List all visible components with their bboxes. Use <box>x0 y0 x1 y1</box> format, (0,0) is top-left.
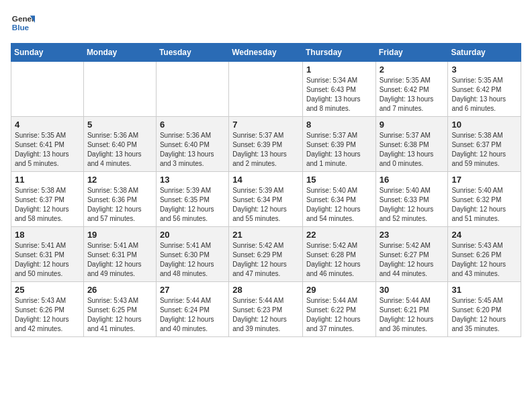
weekday-header: Monday <box>83 44 156 62</box>
calendar-cell <box>229 62 303 117</box>
day-number: 23 <box>380 230 445 240</box>
day-number: 6 <box>160 120 225 130</box>
calendar-cell: 14Sunrise: 5:39 AM Sunset: 6:34 PM Dayli… <box>229 172 303 227</box>
day-info: Sunrise: 5:44 AM Sunset: 6:24 PM Dayligh… <box>160 296 225 334</box>
day-info: Sunrise: 5:40 AM Sunset: 6:34 PM Dayligh… <box>306 186 372 224</box>
calendar-cell: 24Sunrise: 5:43 AM Sunset: 6:26 PM Dayli… <box>448 227 521 282</box>
calendar-cell: 22Sunrise: 5:42 AM Sunset: 6:28 PM Dayli… <box>302 227 375 282</box>
day-info: Sunrise: 5:41 AM Sunset: 6:30 PM Dayligh… <box>160 241 225 279</box>
day-number: 30 <box>380 285 445 295</box>
day-info: Sunrise: 5:36 AM Sunset: 6:40 PM Dayligh… <box>87 131 152 169</box>
calendar-cell: 3Sunrise: 5:35 AM Sunset: 6:42 PM Daylig… <box>448 62 521 117</box>
day-info: Sunrise: 5:36 AM Sunset: 6:40 PM Dayligh… <box>160 131 225 169</box>
day-number: 19 <box>87 230 152 240</box>
day-number: 9 <box>380 120 445 130</box>
logo: General Blue <box>11 11 35 35</box>
calendar-week-row: 11Sunrise: 5:38 AM Sunset: 6:37 PM Dayli… <box>11 172 521 227</box>
calendar-cell: 28Sunrise: 5:44 AM Sunset: 6:23 PM Dayli… <box>229 282 303 337</box>
day-number: 1 <box>306 64 372 75</box>
weekday-header: Saturday <box>448 44 521 62</box>
calendar-cell: 31Sunrise: 5:45 AM Sunset: 6:20 PM Dayli… <box>448 282 521 337</box>
day-info: Sunrise: 5:34 AM Sunset: 6:43 PM Dayligh… <box>306 76 372 113</box>
logo-icon: General Blue <box>11 11 35 35</box>
calendar-cell: 26Sunrise: 5:43 AM Sunset: 6:25 PM Dayli… <box>83 282 156 337</box>
day-number: 29 <box>306 285 372 295</box>
day-number: 17 <box>451 175 517 185</box>
day-number: 25 <box>15 285 80 295</box>
day-info: Sunrise: 5:37 AM Sunset: 6:39 PM Dayligh… <box>306 131 372 169</box>
day-info: Sunrise: 5:37 AM Sunset: 6:38 PM Dayligh… <box>380 131 445 169</box>
calendar-cell: 16Sunrise: 5:40 AM Sunset: 6:33 PM Dayli… <box>375 172 448 227</box>
calendar-cell: 20Sunrise: 5:41 AM Sunset: 6:30 PM Dayli… <box>156 227 228 282</box>
day-info: Sunrise: 5:41 AM Sunset: 6:31 PM Dayligh… <box>15 241 80 279</box>
calendar-week-row: 18Sunrise: 5:41 AM Sunset: 6:31 PM Dayli… <box>11 227 521 282</box>
calendar-cell: 9Sunrise: 5:37 AM Sunset: 6:38 PM Daylig… <box>375 117 448 172</box>
day-info: Sunrise: 5:39 AM Sunset: 6:35 PM Dayligh… <box>160 186 225 224</box>
calendar-cell: 4Sunrise: 5:35 AM Sunset: 6:41 PM Daylig… <box>11 117 84 172</box>
day-number: 7 <box>232 120 299 130</box>
calendar-cell: 21Sunrise: 5:42 AM Sunset: 6:29 PM Dayli… <box>229 227 303 282</box>
calendar-cell: 12Sunrise: 5:38 AM Sunset: 6:36 PM Dayli… <box>83 172 156 227</box>
svg-text:Blue: Blue <box>12 23 30 32</box>
day-number: 22 <box>306 230 372 240</box>
calendar-cell: 8Sunrise: 5:37 AM Sunset: 6:39 PM Daylig… <box>302 117 375 172</box>
day-info: Sunrise: 5:43 AM Sunset: 6:26 PM Dayligh… <box>15 296 80 334</box>
calendar-cell: 10Sunrise: 5:38 AM Sunset: 6:37 PM Dayli… <box>448 117 521 172</box>
calendar-cell: 29Sunrise: 5:44 AM Sunset: 6:22 PM Dayli… <box>302 282 375 337</box>
svg-text:General: General <box>12 14 35 23</box>
day-info: Sunrise: 5:44 AM Sunset: 6:22 PM Dayligh… <box>306 296 372 334</box>
day-info: Sunrise: 5:43 AM Sunset: 6:26 PM Dayligh… <box>451 241 517 279</box>
day-number: 26 <box>87 285 152 295</box>
day-info: Sunrise: 5:37 AM Sunset: 6:39 PM Dayligh… <box>232 131 299 169</box>
calendar-cell: 5Sunrise: 5:36 AM Sunset: 6:40 PM Daylig… <box>83 117 156 172</box>
page-header: General Blue <box>11 11 521 35</box>
day-number: 8 <box>306 120 372 130</box>
day-number: 28 <box>232 285 299 295</box>
calendar-cell: 7Sunrise: 5:37 AM Sunset: 6:39 PM Daylig… <box>229 117 303 172</box>
day-number: 15 <box>306 175 372 185</box>
day-number: 10 <box>451 120 517 130</box>
calendar-cell <box>156 62 228 117</box>
calendar-cell <box>11 62 84 117</box>
day-info: Sunrise: 5:42 AM Sunset: 6:29 PM Dayligh… <box>232 241 299 279</box>
day-info: Sunrise: 5:43 AM Sunset: 6:25 PM Dayligh… <box>87 296 152 334</box>
calendar-cell: 17Sunrise: 5:40 AM Sunset: 6:32 PM Dayli… <box>448 172 521 227</box>
calendar-cell: 19Sunrise: 5:41 AM Sunset: 6:31 PM Dayli… <box>83 227 156 282</box>
day-info: Sunrise: 5:35 AM Sunset: 6:42 PM Dayligh… <box>380 76 445 113</box>
day-number: 2 <box>380 64 445 75</box>
day-info: Sunrise: 5:45 AM Sunset: 6:20 PM Dayligh… <box>451 296 517 334</box>
day-info: Sunrise: 5:35 AM Sunset: 6:42 PM Dayligh… <box>451 76 517 113</box>
day-number: 24 <box>451 230 517 240</box>
calendar-cell: 6Sunrise: 5:36 AM Sunset: 6:40 PM Daylig… <box>156 117 228 172</box>
day-number: 27 <box>160 285 225 295</box>
day-info: Sunrise: 5:38 AM Sunset: 6:37 PM Dayligh… <box>15 186 80 224</box>
calendar-cell: 27Sunrise: 5:44 AM Sunset: 6:24 PM Dayli… <box>156 282 228 337</box>
weekday-header: Tuesday <box>156 44 228 62</box>
calendar-table: SundayMondayTuesdayWednesdayThursdayFrid… <box>11 43 521 337</box>
calendar-cell: 23Sunrise: 5:42 AM Sunset: 6:27 PM Dayli… <box>375 227 448 282</box>
calendar-week-row: 25Sunrise: 5:43 AM Sunset: 6:26 PM Dayli… <box>11 282 521 337</box>
calendar-week-row: 1Sunrise: 5:34 AM Sunset: 6:43 PM Daylig… <box>11 62 521 117</box>
day-number: 20 <box>160 230 225 240</box>
weekday-header: Friday <box>375 44 448 62</box>
calendar-week-row: 4Sunrise: 5:35 AM Sunset: 6:41 PM Daylig… <box>11 117 521 172</box>
weekday-header-row: SundayMondayTuesdayWednesdayThursdayFrid… <box>11 44 521 62</box>
day-info: Sunrise: 5:38 AM Sunset: 6:37 PM Dayligh… <box>451 131 517 169</box>
calendar-cell: 1Sunrise: 5:34 AM Sunset: 6:43 PM Daylig… <box>302 62 375 117</box>
day-number: 12 <box>87 175 152 185</box>
day-number: 11 <box>15 175 80 185</box>
day-number: 16 <box>380 175 445 185</box>
weekday-header: Wednesday <box>229 44 303 62</box>
day-info: Sunrise: 5:44 AM Sunset: 6:23 PM Dayligh… <box>232 296 299 334</box>
day-number: 4 <box>15 120 80 130</box>
day-info: Sunrise: 5:42 AM Sunset: 6:28 PM Dayligh… <box>306 241 372 279</box>
day-info: Sunrise: 5:38 AM Sunset: 6:36 PM Dayligh… <box>87 186 152 224</box>
calendar-cell: 25Sunrise: 5:43 AM Sunset: 6:26 PM Dayli… <box>11 282 84 337</box>
weekday-header: Sunday <box>11 44 84 62</box>
day-info: Sunrise: 5:39 AM Sunset: 6:34 PM Dayligh… <box>232 186 299 224</box>
day-number: 3 <box>451 64 517 75</box>
weekday-header: Thursday <box>302 44 375 62</box>
day-number: 18 <box>15 230 80 240</box>
calendar-cell: 13Sunrise: 5:39 AM Sunset: 6:35 PM Dayli… <box>156 172 228 227</box>
calendar-cell: 2Sunrise: 5:35 AM Sunset: 6:42 PM Daylig… <box>375 62 448 117</box>
